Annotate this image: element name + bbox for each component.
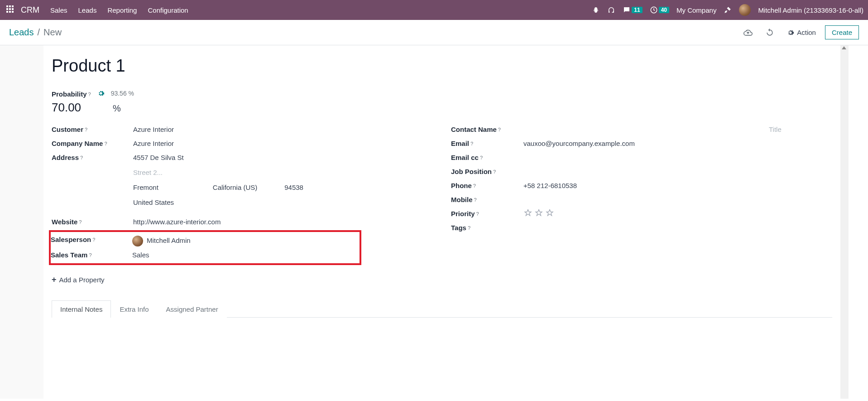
company-switcher[interactable]: My Company bbox=[676, 6, 716, 14]
tags-label: Tags? bbox=[451, 222, 523, 232]
phone-field[interactable]: +58 212-6810538 bbox=[523, 180, 577, 189]
star-icon[interactable] bbox=[545, 208, 554, 217]
tab-internal-notes[interactable]: Internal Notes bbox=[52, 300, 111, 318]
contact-title-field[interactable]: Title bbox=[769, 124, 832, 133]
control-bar: Leads / New Action Create bbox=[0, 20, 868, 45]
city-field[interactable]: Fremont bbox=[133, 182, 158, 191]
priority-stars[interactable] bbox=[523, 208, 554, 217]
company-name-field[interactable]: Azure Interior bbox=[133, 138, 174, 147]
star-icon[interactable] bbox=[534, 208, 543, 217]
nav-leads[interactable]: Leads bbox=[78, 6, 97, 14]
contact-name-field[interactable] bbox=[523, 124, 769, 126]
probability-label: Probability? bbox=[52, 88, 91, 98]
tab-assigned-partner[interactable]: Assigned Partner bbox=[158, 300, 227, 318]
messages-button[interactable]: 11 bbox=[623, 6, 642, 14]
priority-label: Priority? bbox=[451, 208, 523, 217]
create-button[interactable]: Create bbox=[825, 25, 859, 39]
tabs: Internal Notes Extra Info Assigned Partn… bbox=[52, 300, 832, 318]
apps-icon[interactable] bbox=[6, 5, 15, 14]
cloud-save-icon[interactable] bbox=[743, 28, 753, 37]
address-label: Address? bbox=[52, 152, 133, 161]
user-menu[interactable]: Mitchell Admin (21333693-16-0-all) bbox=[758, 6, 863, 14]
street2-field[interactable]: Street 2... bbox=[133, 167, 433, 176]
nav-sales[interactable]: Sales bbox=[50, 6, 67, 14]
avatar[interactable] bbox=[739, 4, 751, 16]
gear-icon bbox=[787, 29, 794, 36]
salesperson-label: Salesperson? bbox=[51, 234, 132, 243]
street-field[interactable]: 4557 De Silva St bbox=[133, 152, 433, 161]
nav-reporting[interactable]: Reporting bbox=[107, 6, 137, 14]
email-cc-label: Email cc? bbox=[451, 152, 523, 161]
breadcrumb-current: New bbox=[43, 27, 62, 38]
plus-icon: + bbox=[52, 275, 57, 285]
phone-label: Phone? bbox=[451, 180, 523, 189]
action-label: Action bbox=[797, 29, 816, 36]
add-property-button[interactable]: + Add a Property bbox=[52, 275, 433, 285]
website-field[interactable]: http://www.azure-interior.com bbox=[133, 216, 221, 226]
discard-icon[interactable] bbox=[765, 28, 774, 37]
bug-icon[interactable] bbox=[592, 6, 600, 14]
breadcrumb-sep: / bbox=[38, 27, 40, 38]
percent-sign: % bbox=[113, 103, 121, 114]
country-field[interactable]: United States bbox=[133, 197, 433, 206]
star-icon[interactable] bbox=[523, 208, 532, 217]
sales-team-label: Sales Team? bbox=[51, 249, 132, 259]
salesperson-avatar bbox=[132, 236, 143, 246]
highlight-annotation: Salesperson? Mitchell Admin Sales Team? … bbox=[49, 230, 361, 265]
form-sheet: Product 1 Probability? 93.56 % 70.00 % C… bbox=[43, 45, 840, 399]
action-menu[interactable]: Action bbox=[787, 29, 816, 36]
mobile-label: Mobile? bbox=[451, 194, 523, 203]
brand[interactable]: CRM bbox=[21, 5, 39, 15]
scrollbar[interactable] bbox=[840, 45, 849, 399]
contact-name-label: Contact Name? bbox=[451, 124, 523, 133]
lead-title[interactable]: Product 1 bbox=[52, 56, 832, 76]
probability-input[interactable]: 70.00 bbox=[52, 101, 81, 115]
job-position-label: Job Position? bbox=[451, 166, 523, 175]
activities-button[interactable]: 40 bbox=[650, 6, 669, 14]
recompute-icon[interactable] bbox=[97, 90, 105, 97]
customer-field[interactable]: Azure Interior bbox=[133, 124, 174, 133]
nav-configuration[interactable]: Configuration bbox=[148, 6, 188, 14]
auto-probability: 93.56 % bbox=[111, 90, 134, 97]
tab-extra-info[interactable]: Extra Info bbox=[111, 300, 157, 318]
email-field[interactable]: vauxoo@yourcompany.example.com bbox=[523, 138, 635, 147]
company-name-label: Company Name? bbox=[52, 138, 133, 147]
state-field[interactable]: California (US) bbox=[213, 182, 257, 191]
clock-icon bbox=[650, 6, 658, 14]
website-label: Website? bbox=[52, 216, 133, 226]
clock-badge: 40 bbox=[659, 7, 669, 13]
salesperson-field[interactable]: Mitchell Admin bbox=[132, 234, 191, 246]
breadcrumb: Leads / New bbox=[9, 27, 62, 38]
left-gutter bbox=[0, 45, 43, 399]
chat-icon bbox=[623, 6, 631, 14]
tools-icon[interactable] bbox=[724, 6, 732, 14]
email-label: Email? bbox=[451, 138, 523, 147]
headset-icon[interactable] bbox=[607, 6, 615, 14]
chat-badge: 11 bbox=[632, 7, 642, 13]
customer-label: Customer? bbox=[52, 124, 133, 133]
breadcrumb-root[interactable]: Leads bbox=[9, 27, 34, 38]
sales-team-field[interactable]: Sales bbox=[132, 249, 149, 259]
zip-field[interactable]: 94538 bbox=[284, 182, 303, 191]
top-nav: CRM Sales Leads Reporting Configuration … bbox=[0, 0, 868, 20]
